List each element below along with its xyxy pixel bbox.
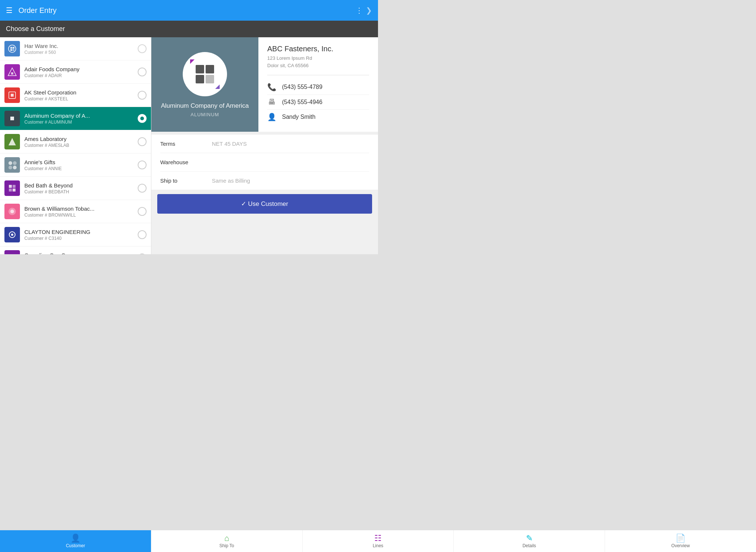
customer-name: Adair Foods Company (24, 66, 135, 72)
svg-rect-6 (4, 64, 20, 80)
details-section: Terms NET 45 DAYS Warehouse Ship to Same… (151, 135, 378, 190)
customer-item[interactable]: Bed Bath & Beyond Customer # BEDBATH (0, 177, 151, 200)
customer-avatar (4, 227, 20, 242)
next-icon[interactable]: ❯ (366, 6, 372, 15)
card-fax-row: 🖶 (543) 555-4946 (267, 95, 369, 110)
more-options-icon[interactable]: ⋮ (355, 6, 363, 15)
svg-rect-22 (9, 185, 12, 188)
customer-name: AK Steel Corporation (24, 89, 135, 96)
avatar-icon (4, 134, 20, 149)
svg-rect-11 (11, 94, 14, 97)
svg-rect-24 (9, 189, 12, 192)
customer-item[interactable]: Annie's Gifts Customer # ANNIE (0, 153, 151, 177)
fax-icon: 🖶 (267, 98, 276, 106)
card-phone: (543) 555-4789 (282, 84, 322, 90)
customer-name: Canadian Can Company (24, 252, 135, 255)
avatar-icon (4, 157, 20, 173)
customer-select-radio[interactable] (138, 137, 147, 146)
customer-name: CLAYTON ENGINEERING (24, 229, 135, 235)
svg-point-28 (10, 210, 14, 213)
choose-customer-bar: Choose a Customer (0, 21, 378, 37)
customer-select-radio[interactable] (138, 44, 147, 53)
logo-decoration (190, 59, 195, 64)
svg-rect-3 (13, 47, 14, 49)
card-company-title: ABC Fasteners, Inc. (267, 45, 369, 53)
customer-info: Annie's Gifts Customer # ANNIE (24, 159, 135, 171)
customer-number: Customer # BROWNWILL (24, 213, 135, 218)
customer-item[interactable]: AK Steel Corporation Customer # AKSTEEL (0, 84, 151, 107)
customer-number: Customer # ALUMINUM (24, 120, 135, 125)
phone-icon: 📞 (267, 83, 276, 92)
svg-rect-16 (4, 157, 20, 173)
svg-rect-8 (11, 72, 13, 75)
customer-avatar (4, 157, 20, 173)
card-contact-row: 👤 Sandy Smith (267, 110, 369, 124)
customer-item[interactable]: Har Ware Inc. Customer # 560 (0, 37, 151, 61)
customer-item[interactable]: Ames Laboratory Customer # AMESLAB (0, 130, 151, 153)
customer-info: Ames Laboratory Customer # AMESLAB (24, 136, 135, 148)
header-title: Order Entry (18, 6, 355, 15)
use-customer-label: ✓ Use Customer (241, 200, 288, 208)
card-company-name: Aluminum Company of America (161, 102, 249, 110)
logo-grid (196, 65, 214, 83)
use-customer-button[interactable]: ✓ Use Customer (157, 194, 372, 214)
customer-avatar (4, 134, 20, 149)
avatar-icon (4, 64, 20, 80)
svg-rect-13 (10, 117, 14, 120)
customer-select-radio[interactable] (138, 68, 147, 76)
menu-icon[interactable]: ☰ (6, 6, 13, 15)
customer-select-radio[interactable] (138, 207, 147, 216)
avatar-icon (4, 250, 20, 254)
svg-rect-21 (4, 180, 20, 196)
customer-select-radio[interactable] (138, 184, 147, 193)
customer-avatar (4, 180, 20, 196)
customer-select-radio[interactable] (138, 253, 147, 254)
avatar-icon (4, 227, 20, 242)
card-fax: (543) 555-4946 (282, 99, 322, 106)
svg-rect-2 (10, 47, 12, 49)
card-address: 123 Lorem Ipsum Rd Dolor sit, CA 65566 (267, 55, 369, 69)
customer-avatar (4, 64, 20, 80)
customer-info: CLAYTON ENGINEERING Customer # C3140 (24, 229, 135, 241)
svg-point-17 (8, 161, 12, 165)
avatar-icon (4, 87, 20, 103)
logo-grid-cell (196, 75, 204, 83)
card-address-line2: Dolor sit, CA 65566 (267, 63, 309, 68)
customer-info: Canadian Can Company Customer # CANCO (24, 252, 135, 255)
card-contact-name: Sandy Smith (282, 114, 316, 120)
avatar-icon (4, 180, 20, 196)
logo-grid-cell (206, 65, 214, 73)
card-divider (267, 75, 369, 75)
warehouse-label: Warehouse (160, 159, 212, 165)
customer-item[interactable]: CLAYTON ENGINEERING Customer # C3140 (0, 223, 151, 246)
customer-name: Annie's Gifts (24, 159, 135, 165)
terms-value: NET 45 DAYS (212, 141, 247, 147)
customer-info: Aluminum Company of A... Customer # ALUM… (24, 113, 135, 125)
terms-row: Terms NET 45 DAYS (160, 135, 369, 153)
customer-number: Customer # AMESLAB (24, 143, 135, 148)
customer-card: Aluminum Company of America ALUMINUM ABC… (151, 37, 378, 132)
customer-select-radio[interactable] (138, 114, 147, 123)
avatar-icon (4, 204, 20, 219)
person-icon: 👤 (267, 113, 276, 121)
svg-rect-32 (4, 250, 20, 254)
customer-name: Har Ware Inc. (24, 43, 135, 49)
customer-item[interactable]: Canadian Can Company Customer # CANCO (0, 246, 151, 254)
customer-item[interactable]: Adair Foods Company Customer # ADAIR (0, 61, 151, 84)
customer-item-aluminum[interactable]: Aluminum Company of A... Customer # ALUM… (0, 107, 151, 130)
customer-info: Adair Foods Company Customer # ADAIR (24, 66, 135, 78)
customer-select-radio[interactable] (138, 161, 147, 169)
shipto-value: Same as Billing (212, 177, 250, 184)
svg-point-20 (13, 166, 17, 169)
customer-avatar (4, 250, 20, 254)
customer-item[interactable]: Brown & Williamson Tobac... Customer # B… (0, 200, 151, 223)
customer-select-radio[interactable] (138, 230, 147, 239)
svg-rect-23 (13, 185, 16, 188)
logo-grid-cell (196, 65, 204, 73)
customer-number: Customer # AKSTEEL (24, 96, 135, 101)
svg-rect-25 (13, 189, 16, 192)
terms-label: Terms (160, 141, 212, 147)
avatar-icon (4, 111, 20, 126)
customer-select-radio[interactable] (138, 91, 147, 100)
svg-rect-4 (10, 49, 12, 51)
